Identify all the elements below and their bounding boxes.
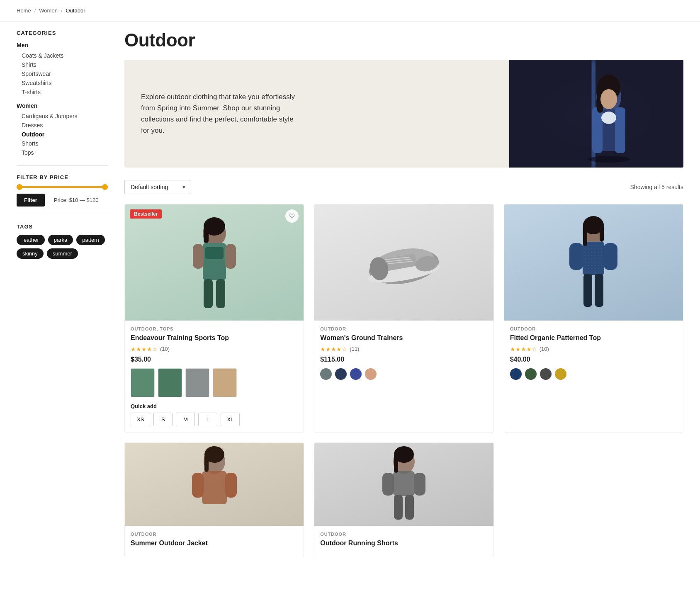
sidebar-item-coats-jackets[interactable]: Coats & Jackets — [17, 51, 108, 60]
product-price-3: $40.00 — [510, 356, 677, 363]
svg-rect-45 — [202, 471, 227, 504]
swatch-3-4[interactable] — [555, 368, 566, 380]
size-l-1[interactable]: L — [198, 413, 217, 426]
product-name-4: Summer Outdoor Jacket — [131, 539, 298, 548]
sort-select[interactable]: Default sorting Price: low to high Price… — [124, 180, 190, 194]
svg-rect-42 — [583, 225, 587, 246]
product-category-4: OUTDOOR — [131, 532, 298, 537]
thumb-1-1[interactable] — [131, 368, 155, 397]
product-name-2: Women's Ground Trainers — [320, 334, 487, 343]
swatch-2-1[interactable] — [320, 368, 332, 380]
svg-rect-38 — [603, 243, 617, 270]
sidebar-item-shorts[interactable]: Shorts — [17, 139, 108, 148]
wishlist-button-1[interactable]: ♡ — [285, 209, 299, 223]
sidebar-divider-2 — [17, 215, 108, 215]
thumb-1-4[interactable] — [213, 368, 237, 397]
sidebar-item-shirts[interactable]: Shirts — [17, 60, 108, 69]
sidebar-item-outdoor[interactable]: Outdoor — [17, 130, 108, 139]
product-image-5 — [314, 443, 493, 526]
product-price-1: $35.00 — [131, 356, 298, 363]
size-btns-1: XS S M L XL — [131, 413, 298, 426]
size-xl-1[interactable]: XL — [221, 413, 240, 426]
product-category-5: OUTDOOR — [320, 532, 487, 537]
sidebar-group-men-label[interactable]: Men — [17, 42, 108, 49]
product-info-4: OUTDOOR Summer Outdoor Jacket — [125, 526, 304, 557]
swatch-3-1[interactable] — [510, 368, 522, 380]
star-count-3: (10) — [540, 346, 549, 352]
product-card-5[interactable]: OUTDOOR Outdoor Running Shorts — [314, 442, 493, 557]
svg-rect-54 — [394, 495, 403, 520]
svg-rect-18 — [225, 244, 236, 269]
star-count-2: (11) — [350, 346, 359, 352]
hero-text-panel: Explore outdoor clothing that take you e… — [124, 60, 509, 168]
sidebar-item-dresses[interactable]: Dresses — [17, 121, 108, 130]
stars-1: ★★★★☆ — [131, 346, 158, 352]
product-info-5: OUTDOOR Outdoor Running Shorts — [314, 526, 493, 557]
sidebar-item-tops[interactable]: Tops — [17, 148, 108, 157]
breadcrumb: Home / Women / Outdoor — [0, 0, 700, 22]
product-card-2[interactable]: OUTDOOR Women's Ground Trainers ★★★★☆ (1… — [314, 204, 493, 433]
thumb-1-2[interactable] — [158, 368, 182, 397]
results-count: Showing all 5 results — [630, 184, 683, 190]
product-info-1: OUTDOOR, TOPS Endeavour Training Sports … — [125, 321, 304, 432]
stars-row-2: ★★★★☆ (11) — [320, 346, 487, 352]
tags-title: TAGS — [17, 224, 108, 230]
slider-thumb-max[interactable] — [102, 184, 108, 190]
tag-skinny[interactable]: skinny — [17, 248, 44, 259]
stars-row-1: ★★★★☆ (10) — [131, 346, 298, 352]
color-swatches-3 — [510, 368, 677, 380]
svg-rect-51 — [393, 471, 415, 496]
product-info-2: OUTDOOR Women's Ground Trainers ★★★★☆ (1… — [314, 321, 493, 391]
product-category-1: OUTDOOR, TOPS — [131, 326, 298, 331]
svg-rect-12 — [509, 60, 683, 168]
tag-parka[interactable]: parka — [48, 235, 73, 245]
filter-button[interactable]: Filter — [17, 194, 45, 207]
price-range-label: Price: $10 — $120 — [54, 197, 99, 203]
sidebar-item-tshirts[interactable]: T-shirts — [17, 87, 108, 97]
swatch-2-2[interactable] — [335, 368, 347, 380]
product-grid: Bestseller ♡ — [124, 204, 683, 557]
svg-rect-34 — [583, 242, 604, 275]
product-card-1[interactable]: Bestseller ♡ — [124, 204, 304, 433]
swatch-2-3[interactable] — [350, 368, 362, 380]
swatch-3-2[interactable] — [525, 368, 537, 380]
breadcrumb-women[interactable]: Women — [39, 7, 58, 14]
sidebar-group-women-label[interactable]: Women — [17, 102, 108, 109]
tag-summer[interactable]: summer — [47, 248, 78, 259]
tag-pattern[interactable]: pattern — [76, 235, 105, 245]
product-info-3: OUTDOOR Fitted Organic Patterned Top ★★★… — [504, 321, 683, 391]
size-s-1[interactable]: S — [153, 413, 173, 426]
swatch-2-4[interactable] — [365, 368, 377, 380]
categories-title: CATEGORIES — [17, 30, 108, 36]
svg-rect-39 — [583, 274, 592, 307]
svg-rect-47 — [225, 473, 237, 498]
price-slider-track[interactable] — [17, 186, 108, 188]
tags-section: TAGS leather parka pattern skinny summer — [17, 224, 108, 259]
main-content: Outdoor Explore outdoor clothing that ta… — [124, 30, 683, 557]
tag-leather[interactable]: leather — [17, 235, 45, 245]
breadcrumb-sep-1: / — [34, 7, 36, 14]
hero-image-panel — [509, 60, 683, 168]
sidebar-item-sportswear[interactable]: Sportswear — [17, 69, 108, 78]
product-card-3[interactable]: OUTDOOR Fitted Organic Patterned Top ★★★… — [504, 204, 683, 433]
sort-wrapper: Default sorting Price: low to high Price… — [124, 180, 190, 194]
hero-banner: Explore outdoor clothing that take you e… — [124, 60, 683, 168]
product-card-4[interactable]: OUTDOOR Summer Outdoor Jacket — [124, 442, 304, 557]
size-m-1[interactable]: M — [176, 413, 195, 426]
swatch-3-3[interactable] — [540, 368, 552, 380]
stars-3: ★★★★☆ — [510, 346, 537, 352]
tags-row: leather parka pattern skinny summer — [17, 235, 108, 259]
slider-thumb-min[interactable] — [17, 184, 22, 190]
size-xs-1[interactable]: XS — [131, 413, 150, 426]
sidebar-item-cardigans[interactable]: Cardigans & Jumpers — [17, 112, 108, 121]
toolbar: Default sorting Price: low to high Price… — [124, 180, 683, 194]
svg-rect-17 — [193, 244, 204, 269]
page-wrapper: Home / Women / Outdoor CATEGORIES Men Co… — [0, 0, 700, 566]
product-name-3: Fitted Organic Patterned Top — [510, 334, 677, 343]
thumb-1-3[interactable] — [185, 368, 209, 397]
thumb-swatches-1 — [131, 368, 298, 397]
price-slider-fill — [17, 186, 108, 188]
sidebar-item-sweatshirts[interactable]: Sweatshirts — [17, 78, 108, 87]
page-title: Outdoor — [124, 30, 683, 51]
breadcrumb-home[interactable]: Home — [17, 7, 31, 14]
